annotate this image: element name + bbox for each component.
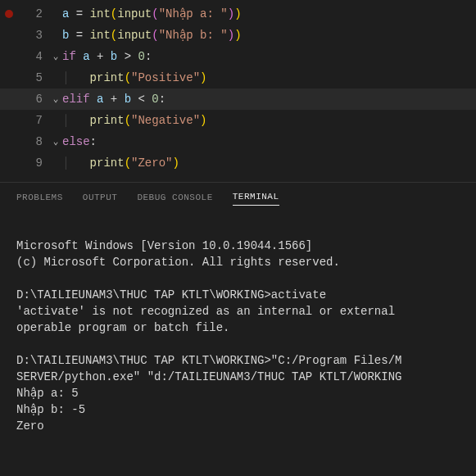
token — [69, 29, 75, 42]
token — [103, 93, 110, 106]
code-content[interactable]: elif a + b < 0: — [62, 88, 165, 110]
line-number: 5 — [0, 67, 49, 88]
token: b — [125, 93, 131, 106]
terminal-line: operable program or batch file. — [16, 320, 460, 336]
token: 0 — [138, 50, 144, 63]
terminal-line: (c) Microsoft Corporation. All rights re… — [16, 254, 460, 270]
token: input — [117, 7, 152, 20]
token — [76, 50, 83, 63]
code-line[interactable]: 5│ print("Positive") — [0, 67, 476, 88]
token: elif — [62, 93, 90, 106]
terminal-line: Microsoft Windows [Version 10.0.19044.15… — [16, 238, 460, 254]
token: ( — [111, 7, 117, 20]
terminal-line — [16, 336, 460, 352]
code-line[interactable]: 4⌄if a + b > 0: — [0, 46, 476, 67]
token: = — [76, 29, 83, 42]
token — [83, 7, 89, 20]
token: ( — [125, 114, 131, 127]
fold-icon[interactable]: ⌄ — [49, 46, 62, 67]
token: ( — [125, 71, 131, 84]
token: 0 — [152, 93, 158, 106]
token: ) — [228, 29, 234, 42]
fold-icon[interactable]: ⌄ — [49, 88, 62, 110]
terminal-line: Zero — [16, 418, 460, 434]
token — [117, 93, 124, 106]
token: ) — [234, 7, 241, 20]
breakpoint-icon[interactable] — [5, 10, 13, 18]
code-line[interactable]: 7│ print("Negative") — [0, 110, 476, 131]
token: "Zero" — [131, 156, 172, 170]
code-content[interactable]: │ print("Zero") — [62, 152, 179, 174]
line-number: 8 — [0, 131, 49, 152]
token: "Nhập a: " — [159, 7, 228, 20]
terminal-line: Nhập a: 5 — [16, 385, 460, 401]
code-content[interactable]: if a + b > 0: — [62, 46, 152, 67]
terminal-line: Nhập b: -5 — [16, 401, 460, 418]
code-content[interactable]: a = int(input("Nhập a: ")) — [62, 3, 242, 25]
terminal-line — [16, 221, 460, 238]
token: : — [145, 50, 152, 63]
token: print — [90, 114, 125, 127]
code-content[interactable]: │ print("Negative") — [62, 110, 206, 131]
token: ) — [200, 71, 206, 84]
token: > — [125, 50, 131, 63]
line-number: 6 — [0, 88, 49, 110]
code-content[interactable]: │ print("Positive") — [62, 67, 206, 88]
token: ( — [111, 29, 117, 42]
code-content[interactable]: else: — [62, 131, 97, 152]
token: b — [111, 50, 117, 63]
line-number: 9 — [0, 152, 49, 174]
token: ) — [172, 156, 179, 170]
token — [117, 50, 124, 63]
token — [83, 29, 89, 42]
token: "Positive" — [131, 71, 200, 84]
token: : — [90, 135, 97, 148]
token: "Nhập b: " — [159, 29, 228, 42]
terminal-line: 'activate' is not recognized as an inter… — [16, 303, 460, 320]
token: ) — [200, 114, 206, 127]
line-number: 7 — [0, 110, 49, 131]
token: + — [111, 93, 117, 106]
code-line[interactable]: 9│ print("Zero") — [0, 152, 476, 174]
indent-guide: │ — [62, 156, 90, 170]
token: : — [159, 93, 165, 106]
tab-problems[interactable]: PROBLEMS — [16, 189, 63, 206]
panel-tabbar: PROBLEMSOUTPUTDEBUG CONSOLETERMINAL — [0, 183, 476, 211]
token: ( — [152, 29, 158, 42]
code-line[interactable]: 3b = int(input("Nhập b: ")) — [0, 25, 476, 46]
token: int — [90, 29, 111, 42]
token — [69, 7, 75, 20]
token: ( — [152, 7, 158, 20]
token: print — [90, 156, 125, 170]
terminal-output[interactable]: Microsoft Windows [Version 10.0.19044.15… — [0, 211, 476, 476]
code-line[interactable]: 6⌄elif a + b < 0: — [0, 88, 476, 110]
code-editor[interactable]: 2a = int(input("Nhập a: "))3b = int(inpu… — [0, 0, 476, 182]
token: = — [76, 7, 83, 20]
token — [90, 93, 97, 106]
terminal-line: D:\TAILIEUNAM3\THUC TAP KTLT\WORKING>act… — [16, 287, 460, 303]
indent-guide: │ — [62, 71, 90, 84]
token: else — [62, 135, 90, 148]
bottom-panel: PROBLEMSOUTPUTDEBUG CONSOLETERMINAL Micr… — [0, 182, 476, 476]
fold-icon[interactable]: ⌄ — [49, 131, 62, 152]
token: ( — [125, 156, 131, 170]
token: int — [90, 7, 111, 20]
terminal-line: SERVER/python.exe" "d:/TAILIEUNAM3/THUC … — [16, 369, 460, 385]
line-number: 4 — [0, 46, 49, 67]
terminal-line: D:\TAILIEUNAM3\THUC TAP KTLT\WORKING>"C:… — [16, 352, 460, 369]
token: if — [62, 50, 76, 63]
token: print — [90, 71, 125, 84]
tab-terminal[interactable]: TERMINAL — [233, 188, 279, 206]
token — [103, 50, 110, 63]
token: ) — [234, 29, 241, 42]
code-line[interactable]: 8⌄else: — [0, 131, 476, 152]
tab-output[interactable]: OUTPUT — [83, 189, 118, 206]
token — [90, 50, 97, 63]
terminal-line — [16, 270, 460, 287]
tab-debug-console[interactable]: DEBUG CONSOLE — [137, 189, 212, 206]
code-line[interactable]: 2a = int(input("Nhập a: ")) — [0, 3, 476, 25]
code-content[interactable]: b = int(input("Nhập b: ")) — [62, 25, 242, 46]
token: < — [138, 93, 144, 106]
token: input — [117, 29, 152, 42]
token: "Negative" — [131, 114, 200, 127]
